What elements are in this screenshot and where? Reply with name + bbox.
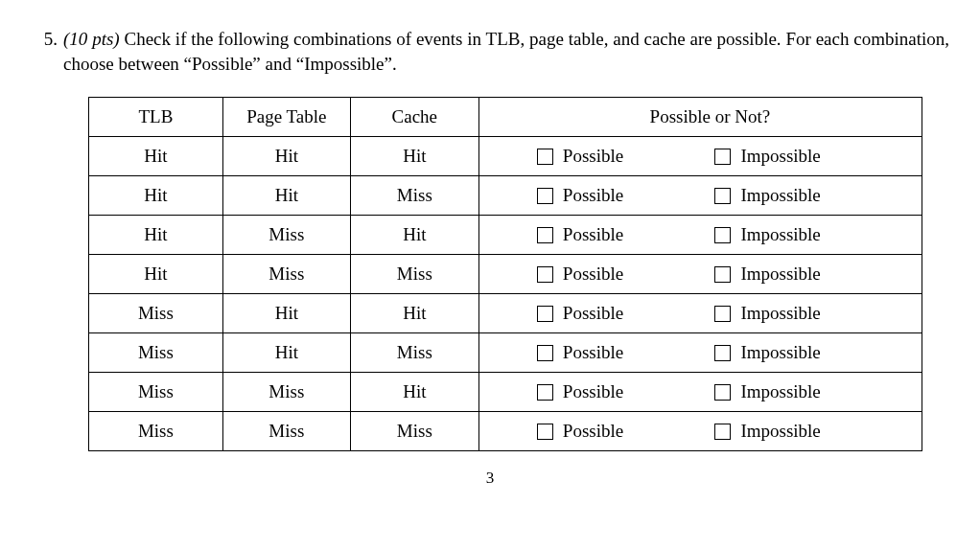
checkbox-icon[interactable] <box>537 188 553 204</box>
option-possible[interactable]: Possible <box>537 185 706 206</box>
cell-tlb: Hit <box>89 176 223 216</box>
answer-options: PossibleImpossible <box>518 342 902 363</box>
cell-cache: Hit <box>350 373 478 412</box>
option-possible[interactable]: Possible <box>537 303 706 324</box>
option-label-impossible: Impossible <box>740 421 820 442</box>
cell-page-table: Miss <box>222 255 350 294</box>
cell-answer: PossibleImpossible <box>478 255 922 294</box>
combinations-table: TLB Page Table Cache Possible or Not? Hi… <box>88 97 922 451</box>
cell-page-table: Miss <box>222 412 350 451</box>
cell-page-table: Miss <box>222 373 350 412</box>
table-body: HitHitHitPossibleImpossibleHitHitMissPos… <box>89 137 922 451</box>
checkbox-icon[interactable] <box>537 266 553 283</box>
header-answer: Possible or Not? <box>478 98 922 137</box>
checkbox-icon[interactable] <box>537 149 553 165</box>
option-possible[interactable]: Possible <box>537 421 706 442</box>
cell-answer: PossibleImpossible <box>478 373 922 412</box>
answer-options: PossibleImpossible <box>518 303 902 324</box>
cell-page-table: Hit <box>222 137 350 176</box>
cell-tlb: Miss <box>89 294 223 333</box>
checkbox-icon[interactable] <box>537 306 553 322</box>
table-row: MissHitMissPossibleImpossible <box>89 333 922 373</box>
cell-cache: Hit <box>350 216 478 255</box>
option-impossible[interactable]: Impossible <box>714 342 883 363</box>
checkbox-icon[interactable] <box>537 227 553 243</box>
answer-options: PossibleImpossible <box>518 264 902 285</box>
cell-answer: PossibleImpossible <box>478 216 922 255</box>
cell-tlb: Hit <box>89 216 223 255</box>
question-number: 5. <box>31 27 58 52</box>
cell-page-table: Hit <box>222 333 350 373</box>
option-impossible[interactable]: Impossible <box>714 264 883 285</box>
page-number: 3 <box>31 469 949 488</box>
option-label-impossible: Impossible <box>740 185 820 206</box>
option-impossible[interactable]: Impossible <box>714 146 883 167</box>
checkbox-icon[interactable] <box>714 384 731 401</box>
table-row: HitHitHitPossibleImpossible <box>89 137 922 176</box>
answer-options: PossibleImpossible <box>518 421 902 442</box>
checkbox-icon[interactable] <box>537 345 553 361</box>
checkbox-icon[interactable] <box>714 345 731 361</box>
answer-options: PossibleImpossible <box>518 224 902 245</box>
checkbox-icon[interactable] <box>537 384 553 401</box>
question-body: Check if the following combinations of e… <box>63 29 949 74</box>
option-label-possible: Possible <box>563 146 623 167</box>
table-row: MissMissMissPossibleImpossible <box>89 412 922 451</box>
checkbox-icon[interactable] <box>714 188 731 204</box>
table-row: HitMissMissPossibleImpossible <box>89 255 922 294</box>
option-label-possible: Possible <box>563 224 623 245</box>
checkbox-icon[interactable] <box>537 424 553 440</box>
option-impossible[interactable]: Impossible <box>714 224 883 245</box>
cell-page-table: Hit <box>222 294 350 333</box>
option-impossible[interactable]: Impossible <box>714 381 883 402</box>
option-label-possible: Possible <box>563 303 623 324</box>
option-label-impossible: Impossible <box>740 146 820 167</box>
answer-options: PossibleImpossible <box>518 185 902 206</box>
question-points: (10 pts) <box>63 29 120 49</box>
option-label-possible: Possible <box>563 381 623 402</box>
table-row: HitMissHitPossibleImpossible <box>89 216 922 255</box>
cell-answer: PossibleImpossible <box>478 333 922 373</box>
cell-cache: Miss <box>350 333 478 373</box>
cell-tlb: Hit <box>89 255 223 294</box>
cell-cache: Hit <box>350 137 478 176</box>
cell-answer: PossibleImpossible <box>478 294 922 333</box>
header-page-table: Page Table <box>222 98 350 137</box>
option-possible[interactable]: Possible <box>537 224 706 245</box>
checkbox-icon[interactable] <box>714 266 731 283</box>
option-label-possible: Possible <box>563 421 623 442</box>
checkbox-icon[interactable] <box>714 424 731 440</box>
option-impossible[interactable]: Impossible <box>714 303 883 324</box>
checkbox-icon[interactable] <box>714 149 731 165</box>
option-possible[interactable]: Possible <box>537 342 706 363</box>
option-label-impossible: Impossible <box>740 303 820 324</box>
option-label-possible: Possible <box>563 185 623 206</box>
option-impossible[interactable]: Impossible <box>714 185 883 206</box>
cell-tlb: Miss <box>89 333 223 373</box>
cell-cache: Miss <box>350 176 478 216</box>
option-label-possible: Possible <box>563 264 623 285</box>
option-impossible[interactable]: Impossible <box>714 421 883 442</box>
option-possible[interactable]: Possible <box>537 264 706 285</box>
option-label-impossible: Impossible <box>740 342 820 363</box>
cell-tlb: Miss <box>89 412 223 451</box>
cell-answer: PossibleImpossible <box>478 137 922 176</box>
answer-options: PossibleImpossible <box>518 146 902 167</box>
cell-cache: Miss <box>350 412 478 451</box>
cell-tlb: Hit <box>89 137 223 176</box>
option-possible[interactable]: Possible <box>537 146 706 167</box>
option-label-possible: Possible <box>563 342 623 363</box>
checkbox-icon[interactable] <box>714 306 731 322</box>
table-row: MissHitHitPossibleImpossible <box>89 294 922 333</box>
table-header-row: TLB Page Table Cache Possible or Not? <box>89 98 922 137</box>
cell-answer: PossibleImpossible <box>478 176 922 216</box>
checkbox-icon[interactable] <box>714 227 731 243</box>
question-text: (10 pts) Check if the following combinat… <box>63 27 949 76</box>
header-cache: Cache <box>350 98 478 137</box>
option-label-impossible: Impossible <box>740 224 820 245</box>
cell-cache: Miss <box>350 255 478 294</box>
option-possible[interactable]: Possible <box>537 381 706 402</box>
cell-answer: PossibleImpossible <box>478 412 922 451</box>
header-tlb: TLB <box>89 98 223 137</box>
cell-page-table: Miss <box>222 216 350 255</box>
